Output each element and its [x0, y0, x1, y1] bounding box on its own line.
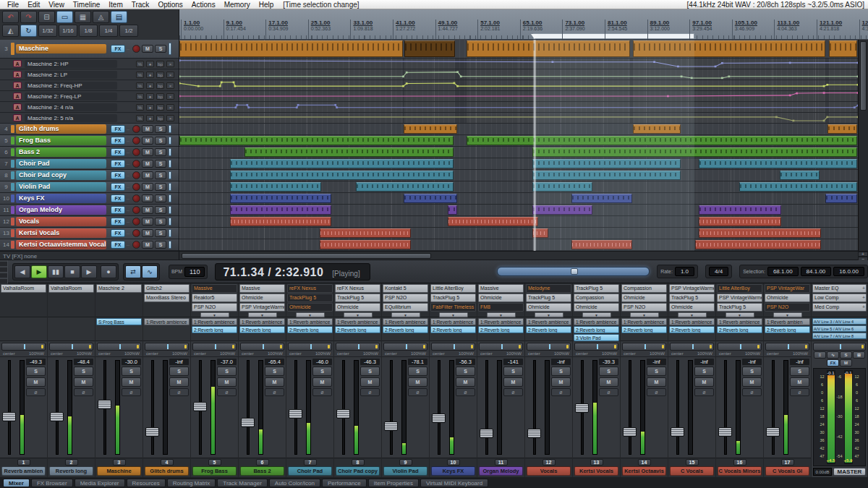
media-item[interactable]	[230, 217, 331, 226]
fx-slot[interactable]: Reaktor5	[192, 294, 237, 302]
master-mute-button[interactable]: M	[840, 359, 852, 367]
fx-slot[interactable]: Massive	[478, 284, 524, 293]
media-item[interactable]	[356, 182, 454, 192]
arrange-track-lane[interactable]	[179, 124, 858, 135]
fx-slot[interactable]: PSP N2O	[765, 303, 810, 312]
fx-slot[interactable]: TrackPlug 5	[430, 294, 476, 302]
master-output-slot[interactable]: A/V Line 3 / A/V Line 4	[812, 318, 867, 325]
screenset-icon[interactable]: ⊟	[38, 11, 55, 23]
menu-item-view[interactable]: View	[45, 1, 68, 9]
mute-button[interactable]: M	[142, 171, 153, 179]
envelope-icon[interactable]: ×	[166, 104, 174, 111]
mute-button[interactable]: M	[142, 206, 153, 214]
envelope-icon[interactable]: bp	[156, 93, 164, 100]
phase-button[interactable]: ø	[169, 388, 189, 396]
solo-button[interactable]: S	[155, 160, 166, 168]
fx-slot[interactable]: reFX Nexus	[335, 284, 380, 293]
volume-fader[interactable]	[671, 427, 684, 437]
track-name[interactable]: Organ Melody	[16, 205, 106, 215]
volume-fader[interactable]	[575, 403, 589, 413]
menu-item-file[interactable]: File	[4, 1, 22, 9]
send-slot[interactable]: 2:Reverb long	[430, 326, 476, 333]
selection-box[interactable]: Selection: 68.1.00 84.1.00 16.0.00	[739, 265, 868, 278]
strip-track-name[interactable]: C Vocals	[670, 466, 714, 476]
send-slot[interactable]: 1:Reverb ambience	[717, 318, 762, 325]
track-volume-fader[interactable]	[169, 160, 171, 168]
master-fx-slot[interactable]: Med Comp	[812, 303, 867, 312]
track-panel-row[interactable]: 3MaschineFX–MS	[0, 40, 179, 59]
fx-slot[interactable]: PSP VintageWar	[765, 284, 810, 293]
solo-button[interactable]: S	[360, 367, 380, 376]
send-slot[interactable]: 2:Reverb long	[669, 326, 715, 333]
record-button[interactable]: ●	[101, 265, 116, 278]
master-icon-button[interactable]: ≡	[814, 351, 826, 359]
volume-readout[interactable]: -65.4	[265, 359, 284, 365]
selection-length[interactable]: 16.0.00	[833, 267, 864, 276]
pan-slider[interactable]	[622, 343, 666, 351]
fx-slot[interactable]: PSP VintageWarmer	[717, 294, 762, 302]
record-arm-button[interactable]	[132, 148, 140, 156]
solo-button[interactable]: S	[217, 367, 237, 376]
volume-fader-track[interactable]	[485, 360, 488, 455]
master-label[interactable]: MASTER	[833, 468, 866, 476]
track-volume-fader[interactable]	[169, 183, 171, 191]
strip-track-name[interactable]: Organ Melody	[479, 466, 523, 476]
pan-slider[interactable]	[527, 343, 571, 351]
volume-fader[interactable]	[145, 427, 159, 437]
master-gain-readout[interactable]: 0.00dB	[813, 468, 832, 476]
media-item[interactable]	[230, 171, 454, 180]
master-fx-slot[interactable]: Master EQ	[812, 284, 867, 293]
mute-button[interactable]: M	[142, 160, 153, 168]
envelope-lane-header[interactable]: AMaschine 2: HP%●bp×	[0, 59, 179, 69]
volume-fader[interactable]	[336, 409, 350, 419]
menu-item-actions[interactable]: Actions	[188, 1, 219, 9]
menu-item-memory[interactable]: Memory	[221, 1, 254, 9]
phase-button[interactable]: ø	[312, 388, 332, 396]
envelope-lane[interactable]	[179, 91, 858, 102]
volume-readout[interactable]: -48.4	[74, 359, 93, 365]
phase-button[interactable]: ø	[551, 388, 571, 396]
track-volume-fader[interactable]	[169, 137, 171, 145]
fx-slot[interactable]: Ohmicide	[765, 294, 810, 302]
track-fx-button[interactable]: FX	[111, 137, 125, 145]
send-slot[interactable]: 2:Reverb long	[765, 326, 810, 333]
volume-fader-track[interactable]	[294, 360, 297, 455]
master-pan-slider[interactable]	[813, 343, 866, 351]
fx-more-button[interactable]: ▼	[200, 312, 229, 317]
playrate-slider[interactable]	[497, 267, 650, 276]
track-name[interactable]: Maschine	[16, 44, 106, 53]
fx-slot[interactable]: TrackPlug 5	[574, 284, 619, 293]
send-slot[interactable]: 1:Reverb ambience	[669, 318, 715, 325]
fx-slot[interactable]: TrackPlug 5	[717, 303, 762, 312]
phase-button[interactable]: ø	[456, 388, 475, 396]
volume-fader-track[interactable]	[772, 360, 775, 455]
track-name[interactable]: Keys FX	[16, 194, 106, 203]
volume-fader-track[interactable]	[151, 360, 154, 455]
media-item[interactable]	[780, 171, 820, 180]
track-name[interactable]: Bass 2	[16, 147, 106, 157]
volume-readout[interactable]: -39.3	[599, 359, 618, 365]
pan-slider[interactable]	[336, 343, 380, 351]
volume-fader[interactable]	[623, 427, 637, 437]
record-arm-button[interactable]	[132, 194, 140, 202]
media-item[interactable]	[699, 159, 857, 168]
time-signature[interactable]: 4/4	[709, 267, 728, 276]
send-slot[interactable]: 2:Reverb long	[478, 326, 524, 333]
timeline-ruler[interactable]: 1.1.000:00.0009.1.000:17.45417.1.000:34.…	[179, 9, 868, 40]
fx-slot[interactable]: Ohmicide	[239, 294, 285, 302]
send-slot[interactable]: 2:Reverb long	[239, 326, 285, 333]
media-item[interactable]	[739, 182, 857, 192]
track-panel-row[interactable]: 9Violin PadFX–MS	[0, 181, 179, 193]
envelope-lane-header[interactable]: AMaschine 2: 5 n/a%●bp×	[0, 113, 179, 124]
volume-fader[interactable]	[289, 409, 302, 419]
volume-readout[interactable]: -46.0	[312, 359, 332, 365]
fx-slot[interactable]: PSP VintageWarmer	[669, 284, 715, 293]
volume-readout[interactable]: -78.1	[408, 359, 427, 365]
mute-button[interactable]: M	[360, 377, 380, 387]
track-volume-fader[interactable]	[169, 194, 171, 202]
volume-fader-track[interactable]	[247, 360, 250, 455]
strip-track-name[interactable]: C Vocals Gl	[765, 466, 809, 476]
track-name[interactable]: Choir Pad copy	[16, 171, 106, 180]
horizontal-scrollbar[interactable]	[179, 252, 858, 260]
track-volume-fader[interactable]	[169, 148, 171, 156]
